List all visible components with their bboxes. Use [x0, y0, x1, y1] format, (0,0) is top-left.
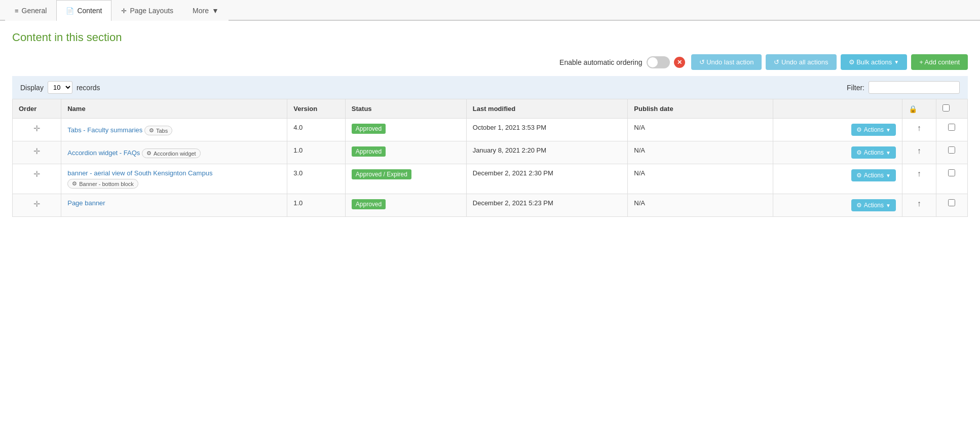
publish-cell: N/A: [628, 194, 773, 217]
status-badge: Approved: [352, 124, 386, 134]
tab-content[interactable]: 📄 Content: [56, 0, 111, 21]
item-name-link[interactable]: Tabs - Faculty summaries: [67, 126, 142, 134]
name-cell: banner - aerial view of South Kensignton…: [61, 164, 287, 194]
drag-handle[interactable]: ✛: [33, 124, 40, 133]
toggle-close-icon[interactable]: ✕: [674, 57, 685, 68]
drag-handle[interactable]: ✛: [33, 147, 40, 156]
filter-input[interactable]: [869, 81, 960, 94]
actions-label: Actions: [864, 202, 884, 209]
actions-cell: ⚙ Actions ▼: [773, 141, 902, 164]
order-cell: ✛: [13, 194, 61, 217]
check-cell: [936, 194, 967, 217]
tag-label: Tabs: [156, 128, 168, 134]
move-up-arrow[interactable]: ↑: [917, 146, 921, 155]
display-select[interactable]: 10 25 50: [48, 81, 72, 94]
content-table: Order Name Version Status Last modified …: [12, 99, 968, 217]
item-tag: ⚙Accordion widget: [142, 148, 201, 158]
row-checkbox[interactable]: [948, 199, 955, 206]
content-icon: 📄: [66, 7, 74, 15]
tab-more[interactable]: More ▼: [183, 0, 229, 21]
name-cell: Accordion widget - FAQs ⚙Accordion widge…: [61, 141, 287, 164]
order-cell: ✛: [13, 164, 61, 194]
main-content: Content in this section Enable automatic…: [0, 21, 980, 227]
actions-label: Actions: [864, 172, 884, 179]
filter-label: Filter:: [847, 84, 864, 92]
drag-handle[interactable]: ✛: [33, 200, 40, 208]
select-all-checkbox[interactable]: [943, 104, 950, 112]
th-name: Name: [61, 99, 287, 119]
actions-cell: ⚙ Actions ▼: [773, 194, 902, 217]
bulk-actions-caret: ▼: [894, 59, 899, 65]
tab-page-layouts[interactable]: ✛ Page Layouts: [111, 0, 183, 21]
status-cell: Approved: [345, 119, 466, 141]
records-label: records: [77, 84, 100, 92]
bulk-actions-button[interactable]: ⚙ Bulk actions ▼: [841, 54, 908, 70]
version-cell: 1.0: [287, 194, 346, 217]
status-badge: Approved / Expired: [352, 169, 411, 179]
actions-cell: ⚙ Actions ▼: [773, 119, 902, 141]
move-up-arrow[interactable]: ↑: [917, 169, 921, 178]
item-name-link[interactable]: Page banner: [67, 199, 105, 207]
item-name-link[interactable]: Accordion widget - FAQs: [67, 149, 140, 157]
layouts-icon: ✛: [121, 7, 127, 15]
gear-icon: ⚙: [856, 202, 862, 209]
th-actions-empty: [773, 99, 902, 119]
order-cell: ✛: [13, 141, 61, 164]
name-cell: Tabs - Faculty summaries ⚙Tabs: [61, 119, 287, 141]
status-cell: Approved / Expired: [345, 164, 466, 194]
arrow-cell: ↑: [902, 119, 936, 141]
modified-cell: January 8, 2021 2:20 PM: [466, 141, 628, 164]
actions-button[interactable]: ⚙ Actions ▼: [851, 199, 896, 211]
actions-button[interactable]: ⚙ Actions ▼: [851, 124, 896, 136]
auto-ordering-label: Enable automatic ordering: [559, 58, 642, 66]
actions-label: Actions: [864, 126, 884, 133]
tag-icon: ⚙: [146, 150, 152, 157]
th-publish: Publish date: [628, 99, 773, 119]
chevron-down-icon: ▼: [212, 7, 219, 15]
arrow-cell: ↑: [902, 141, 936, 164]
th-checkbox[interactable]: [936, 99, 967, 119]
status-badge: Approved: [352, 146, 386, 157]
table-row: ✛ banner - aerial view of South Kensignt…: [13, 164, 968, 194]
actions-caret: ▼: [886, 150, 891, 156]
row-checkbox[interactable]: [948, 124, 955, 131]
tabs-bar: ≡ General 📄 Content ✛ Page Layouts More …: [0, 0, 980, 21]
display-label: Display: [20, 84, 44, 92]
undo-last-button[interactable]: ↺ Undo last action: [691, 54, 762, 70]
version-cell: 3.0: [287, 164, 346, 194]
table-row: ✛ Page banner 1.0 Approved December 2, 2…: [13, 194, 968, 217]
bulk-actions-label: ⚙ Bulk actions: [849, 58, 892, 66]
action-buttons: ↺ Undo last action ↺ Undo all actions ⚙ …: [691, 54, 968, 70]
actions-button[interactable]: ⚙ Actions ▼: [851, 169, 896, 181]
item-name-link[interactable]: banner - aerial view of South Kensignton…: [67, 169, 212, 177]
check-cell: [936, 119, 967, 141]
actions-label: Actions: [864, 149, 884, 156]
status-badge: Approved: [352, 199, 386, 209]
move-up-arrow[interactable]: ↑: [917, 199, 921, 208]
actions-caret: ▼: [886, 173, 891, 178]
publish-cell: N/A: [628, 119, 773, 141]
tab-general[interactable]: ≡ General: [5, 0, 56, 21]
add-content-button[interactable]: + Add content: [911, 54, 968, 70]
row-checkbox[interactable]: [948, 146, 955, 154]
status-cell: Approved: [345, 141, 466, 164]
section-title: Content in this section: [12, 31, 968, 44]
gear-icon: ⚙: [856, 126, 862, 133]
modified-cell: December 2, 2021 2:30 PM: [466, 164, 628, 194]
order-cell: ✛: [13, 119, 61, 141]
row-checkbox[interactable]: [948, 169, 955, 176]
table-row: ✛ Tabs - Faculty summaries ⚙Tabs 4.0 App…: [13, 119, 968, 141]
actions-button[interactable]: ⚙ Actions ▼: [851, 146, 896, 159]
auto-ordering-control: Enable automatic ordering ✕: [559, 56, 685, 68]
lock-icon: 🔒: [909, 105, 917, 113]
th-status: Status: [345, 99, 466, 119]
move-up-arrow[interactable]: ↑: [917, 124, 921, 132]
arrow-cell: ↑: [902, 194, 936, 217]
auto-ordering-toggle[interactable]: [647, 56, 670, 68]
check-cell: [936, 164, 967, 194]
version-cell: 4.0: [287, 119, 346, 141]
tag-icon: ⚙: [149, 127, 154, 134]
undo-all-button[interactable]: ↺ Undo all actions: [766, 54, 836, 70]
th-modified: Last modified: [466, 99, 628, 119]
drag-handle[interactable]: ✛: [33, 170, 40, 178]
